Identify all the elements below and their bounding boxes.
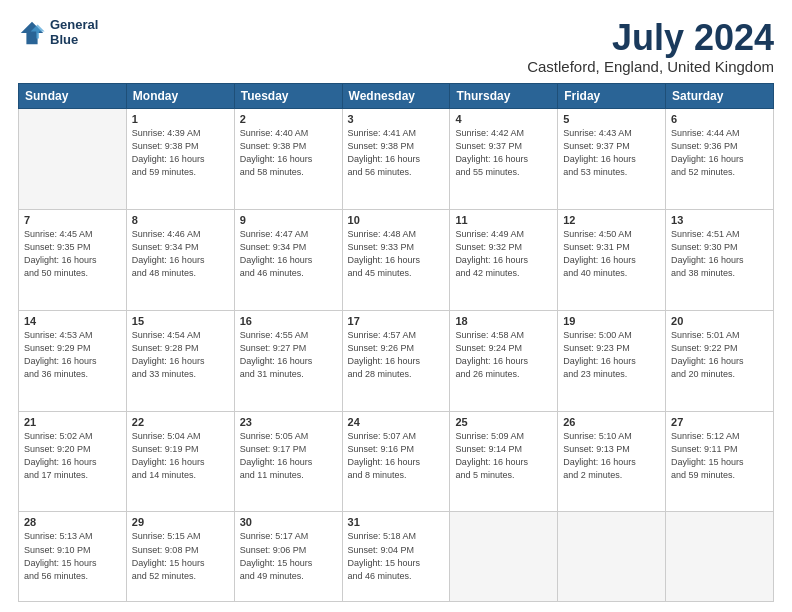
calendar-cell: 31Sunrise: 5:18 AM Sunset: 9:04 PM Dayli… — [342, 512, 450, 602]
logo-line1: General — [50, 18, 98, 33]
calendar-cell: 1Sunrise: 4:39 AM Sunset: 9:38 PM Daylig… — [126, 108, 234, 209]
calendar-header-saturday: Saturday — [666, 83, 774, 108]
calendar-header-thursday: Thursday — [450, 83, 558, 108]
day-info: Sunrise: 4:53 AM Sunset: 9:29 PM Dayligh… — [24, 329, 121, 381]
day-number: 5 — [563, 113, 660, 125]
day-number: 19 — [563, 315, 660, 327]
day-number: 26 — [563, 416, 660, 428]
day-info: Sunrise: 4:42 AM Sunset: 9:37 PM Dayligh… — [455, 127, 552, 179]
day-info: Sunrise: 4:44 AM Sunset: 9:36 PM Dayligh… — [671, 127, 768, 179]
day-info: Sunrise: 4:40 AM Sunset: 9:38 PM Dayligh… — [240, 127, 337, 179]
day-number: 9 — [240, 214, 337, 226]
header: General Blue July 2024 Castleford, Engla… — [18, 18, 774, 75]
day-info: Sunrise: 4:43 AM Sunset: 9:37 PM Dayligh… — [563, 127, 660, 179]
day-info: Sunrise: 4:57 AM Sunset: 9:26 PM Dayligh… — [348, 329, 445, 381]
calendar-cell: 25Sunrise: 5:09 AM Sunset: 9:14 PM Dayli… — [450, 411, 558, 512]
calendar-cell: 7Sunrise: 4:45 AM Sunset: 9:35 PM Daylig… — [19, 209, 127, 310]
day-number: 2 — [240, 113, 337, 125]
logo-text: General Blue — [50, 18, 98, 48]
day-info: Sunrise: 5:10 AM Sunset: 9:13 PM Dayligh… — [563, 430, 660, 482]
page: General Blue July 2024 Castleford, Engla… — [0, 0, 792, 612]
calendar-cell — [19, 108, 127, 209]
calendar-cell — [450, 512, 558, 602]
day-info: Sunrise: 5:05 AM Sunset: 9:17 PM Dayligh… — [240, 430, 337, 482]
title-block: July 2024 Castleford, England, United Ki… — [527, 18, 774, 75]
calendar-week-5: 28Sunrise: 5:13 AM Sunset: 9:10 PM Dayli… — [19, 512, 774, 602]
day-number: 23 — [240, 416, 337, 428]
calendar-cell: 3Sunrise: 4:41 AM Sunset: 9:38 PM Daylig… — [342, 108, 450, 209]
calendar-header-wednesday: Wednesday — [342, 83, 450, 108]
day-info: Sunrise: 5:18 AM Sunset: 9:04 PM Dayligh… — [348, 530, 445, 582]
day-info: Sunrise: 4:51 AM Sunset: 9:30 PM Dayligh… — [671, 228, 768, 280]
day-info: Sunrise: 4:48 AM Sunset: 9:33 PM Dayligh… — [348, 228, 445, 280]
calendar-cell: 12Sunrise: 4:50 AM Sunset: 9:31 PM Dayli… — [558, 209, 666, 310]
day-info: Sunrise: 4:55 AM Sunset: 9:27 PM Dayligh… — [240, 329, 337, 381]
calendar-cell: 27Sunrise: 5:12 AM Sunset: 9:11 PM Dayli… — [666, 411, 774, 512]
day-number: 4 — [455, 113, 552, 125]
day-number: 30 — [240, 516, 337, 528]
day-number: 28 — [24, 516, 121, 528]
day-number: 16 — [240, 315, 337, 327]
logo-line2: Blue — [50, 33, 98, 48]
calendar-cell: 22Sunrise: 5:04 AM Sunset: 9:19 PM Dayli… — [126, 411, 234, 512]
calendar-week-4: 21Sunrise: 5:02 AM Sunset: 9:20 PM Dayli… — [19, 411, 774, 512]
day-number: 10 — [348, 214, 445, 226]
day-info: Sunrise: 5:07 AM Sunset: 9:16 PM Dayligh… — [348, 430, 445, 482]
day-number: 12 — [563, 214, 660, 226]
calendar-cell: 21Sunrise: 5:02 AM Sunset: 9:20 PM Dayli… — [19, 411, 127, 512]
day-number: 29 — [132, 516, 229, 528]
day-number: 14 — [24, 315, 121, 327]
day-info: Sunrise: 5:02 AM Sunset: 9:20 PM Dayligh… — [24, 430, 121, 482]
day-info: Sunrise: 5:09 AM Sunset: 9:14 PM Dayligh… — [455, 430, 552, 482]
calendar-cell: 26Sunrise: 5:10 AM Sunset: 9:13 PM Dayli… — [558, 411, 666, 512]
day-info: Sunrise: 4:58 AM Sunset: 9:24 PM Dayligh… — [455, 329, 552, 381]
day-info: Sunrise: 4:50 AM Sunset: 9:31 PM Dayligh… — [563, 228, 660, 280]
day-info: Sunrise: 4:46 AM Sunset: 9:34 PM Dayligh… — [132, 228, 229, 280]
calendar-table: SundayMondayTuesdayWednesdayThursdayFrid… — [18, 83, 774, 602]
day-number: 7 — [24, 214, 121, 226]
day-number: 13 — [671, 214, 768, 226]
calendar-week-1: 1Sunrise: 4:39 AM Sunset: 9:38 PM Daylig… — [19, 108, 774, 209]
calendar-cell: 23Sunrise: 5:05 AM Sunset: 9:17 PM Dayli… — [234, 411, 342, 512]
day-info: Sunrise: 4:39 AM Sunset: 9:38 PM Dayligh… — [132, 127, 229, 179]
calendar-cell: 6Sunrise: 4:44 AM Sunset: 9:36 PM Daylig… — [666, 108, 774, 209]
day-number: 6 — [671, 113, 768, 125]
subtitle: Castleford, England, United Kingdom — [527, 58, 774, 75]
calendar-week-3: 14Sunrise: 4:53 AM Sunset: 9:29 PM Dayli… — [19, 310, 774, 411]
calendar-cell: 10Sunrise: 4:48 AM Sunset: 9:33 PM Dayli… — [342, 209, 450, 310]
day-info: Sunrise: 5:00 AM Sunset: 9:23 PM Dayligh… — [563, 329, 660, 381]
calendar-header-tuesday: Tuesday — [234, 83, 342, 108]
day-info: Sunrise: 4:41 AM Sunset: 9:38 PM Dayligh… — [348, 127, 445, 179]
day-number: 1 — [132, 113, 229, 125]
day-number: 18 — [455, 315, 552, 327]
day-number: 15 — [132, 315, 229, 327]
day-number: 22 — [132, 416, 229, 428]
day-number: 27 — [671, 416, 768, 428]
calendar-header-monday: Monday — [126, 83, 234, 108]
day-info: Sunrise: 4:54 AM Sunset: 9:28 PM Dayligh… — [132, 329, 229, 381]
day-info: Sunrise: 4:45 AM Sunset: 9:35 PM Dayligh… — [24, 228, 121, 280]
svg-marker-0 — [21, 22, 43, 44]
day-number: 20 — [671, 315, 768, 327]
day-number: 25 — [455, 416, 552, 428]
calendar-cell: 14Sunrise: 4:53 AM Sunset: 9:29 PM Dayli… — [19, 310, 127, 411]
calendar-cell: 17Sunrise: 4:57 AM Sunset: 9:26 PM Dayli… — [342, 310, 450, 411]
calendar-header-sunday: Sunday — [19, 83, 127, 108]
day-info: Sunrise: 4:49 AM Sunset: 9:32 PM Dayligh… — [455, 228, 552, 280]
calendar-cell: 4Sunrise: 4:42 AM Sunset: 9:37 PM Daylig… — [450, 108, 558, 209]
calendar-cell: 11Sunrise: 4:49 AM Sunset: 9:32 PM Dayli… — [450, 209, 558, 310]
calendar-cell: 9Sunrise: 4:47 AM Sunset: 9:34 PM Daylig… — [234, 209, 342, 310]
logo: General Blue — [18, 18, 98, 48]
calendar-cell: 2Sunrise: 4:40 AM Sunset: 9:38 PM Daylig… — [234, 108, 342, 209]
calendar-cell: 28Sunrise: 5:13 AM Sunset: 9:10 PM Dayli… — [19, 512, 127, 602]
day-number: 3 — [348, 113, 445, 125]
day-number: 11 — [455, 214, 552, 226]
day-info: Sunrise: 5:04 AM Sunset: 9:19 PM Dayligh… — [132, 430, 229, 482]
day-info: Sunrise: 5:13 AM Sunset: 9:10 PM Dayligh… — [24, 530, 121, 582]
calendar-cell: 16Sunrise: 4:55 AM Sunset: 9:27 PM Dayli… — [234, 310, 342, 411]
calendar-cell: 29Sunrise: 5:15 AM Sunset: 9:08 PM Dayli… — [126, 512, 234, 602]
day-info: Sunrise: 5:12 AM Sunset: 9:11 PM Dayligh… — [671, 430, 768, 482]
calendar-cell: 20Sunrise: 5:01 AM Sunset: 9:22 PM Dayli… — [666, 310, 774, 411]
calendar-cell: 13Sunrise: 4:51 AM Sunset: 9:30 PM Dayli… — [666, 209, 774, 310]
calendar-header-row: SundayMondayTuesdayWednesdayThursdayFrid… — [19, 83, 774, 108]
